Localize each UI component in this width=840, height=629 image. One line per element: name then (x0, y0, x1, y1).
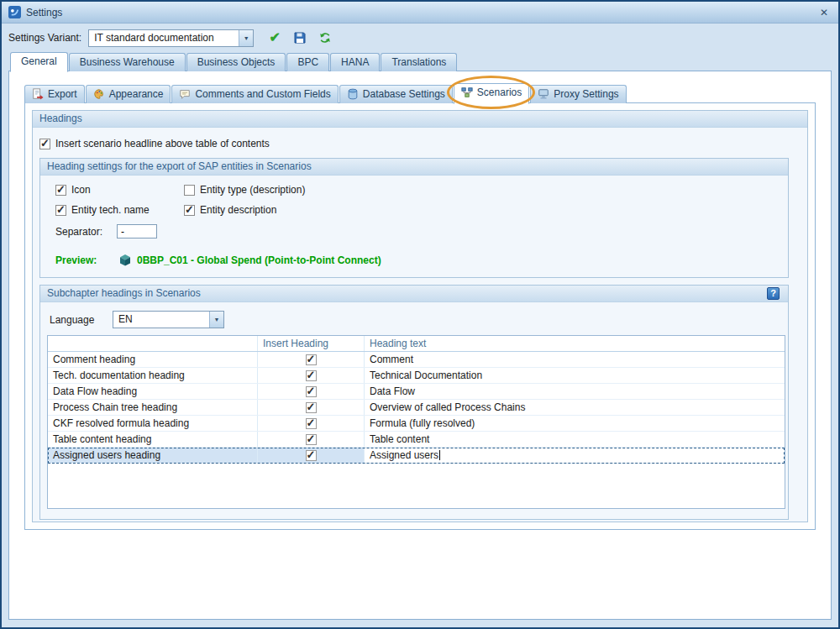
app-logo-icon (8, 6, 21, 18)
entity-type-checkbox[interactable] (184, 185, 195, 196)
database-icon (347, 88, 359, 100)
row-checkbox-cell (258, 368, 365, 383)
tab-business-warehouse[interactable]: Business Warehouse (69, 53, 186, 71)
tab-hana[interactable]: HANA (330, 53, 380, 71)
table-row[interactable]: Data Flow heading Data Flow (48, 384, 785, 400)
table-row[interactable]: Tech. documentation heading Technical Do… (48, 368, 785, 384)
sub-tab-bar: Export Appearance Comments and Custom Fi… (24, 82, 831, 103)
comments-icon (179, 88, 191, 100)
row-checkbox-cell (258, 448, 365, 463)
subtab-scenarios[interactable]: Scenarios (454, 83, 529, 104)
table-row[interactable]: Table content heading Table content (48, 432, 785, 448)
variant-combobox[interactable]: IT standard documentation (88, 29, 254, 47)
language-combobox[interactable]: EN (113, 311, 224, 328)
subtab-database-settings[interactable]: Database Settings (339, 85, 453, 103)
save-variant-button[interactable] (291, 29, 309, 47)
heading-settings-header: Heading settings for the export of SAP e… (40, 159, 788, 176)
heading-settings-title: Heading settings for the export of SAP e… (47, 159, 781, 175)
table-row[interactable]: Comment heading Comment (48, 352, 785, 368)
table-row[interactable]: Process Chain tree heading Overview of c… (48, 400, 785, 416)
table-row[interactable]: Assigned users heading Assigned users (48, 448, 785, 464)
row-name[interactable]: Data Flow heading (48, 384, 258, 399)
close-icon: ✕ (820, 7, 828, 18)
row-name[interactable]: Tech. documentation heading (48, 368, 258, 383)
row-name[interactable]: CKF resolved formula heading (48, 416, 258, 431)
row-checkbox[interactable] (306, 354, 317, 365)
row-checkbox-cell (258, 384, 365, 399)
chevron-down-icon[interactable] (239, 30, 253, 46)
subtab-label: Comments and Custom Fields (195, 88, 330, 100)
language-value: EN (113, 312, 209, 328)
row-checkbox-cell (258, 432, 365, 447)
apply-variant-button[interactable]: ✔ (265, 29, 284, 47)
entity-tech-name-option: Entity tech. name (55, 204, 184, 216)
tab-bpc[interactable]: BPC (286, 53, 329, 71)
tab-translations[interactable]: Translations (381, 53, 457, 71)
heading-settings-group: Heading settings for the export of SAP e… (39, 158, 789, 278)
subtab-appearance[interactable]: Appearance (86, 85, 171, 103)
subchapter-headings-group: Subchapter headings in Scenarios ? Langu… (39, 285, 789, 520)
entity-tech-name-checkbox-label: Entity tech. name (71, 204, 150, 216)
help-button[interactable]: ? (767, 287, 780, 300)
row-checkbox-cell (258, 352, 365, 367)
row-checkbox[interactable] (306, 418, 317, 429)
subtab-export[interactable]: Export (24, 85, 85, 103)
main-tab-bar: General Business Warehouse Business Obje… (2, 52, 838, 71)
row-name[interactable]: Process Chain tree heading (48, 400, 258, 415)
subtab-proxy-settings[interactable]: Proxy Settings (530, 85, 626, 103)
row-text[interactable]: Table content (365, 432, 785, 447)
row-checkbox[interactable] (306, 370, 317, 381)
row-checkbox[interactable] (306, 386, 317, 397)
close-button[interactable]: ✕ (816, 6, 832, 19)
separator-input[interactable] (117, 224, 157, 238)
row-checkbox[interactable] (306, 450, 317, 461)
row-text[interactable]: Formula (fully resolved) (365, 416, 785, 431)
window-title: Settings (26, 7, 62, 18)
column-header-insert-heading: Insert Heading (258, 336, 365, 351)
preview-text: 0BBP_C01 - Global Spend (Point-to-Point … (137, 254, 381, 266)
row-name[interactable]: Table content heading (48, 432, 258, 447)
insert-scenario-label: Insert scenario headline above table of … (55, 138, 270, 149)
icon-checkbox-label: Icon (71, 184, 91, 196)
row-name[interactable]: Comment heading (48, 352, 258, 367)
subchapter-headings-title: Subchapter headings in Scenarios (47, 286, 767, 301)
scenarios-panel: Headings Insert scenario headline above … (24, 102, 816, 530)
table-row[interactable]: CKF resolved formula heading Formula (fu… (48, 416, 785, 432)
variant-toolbar: Settings Variant: IT standard documentat… (2, 24, 838, 52)
scenarios-icon (461, 86, 473, 98)
insert-scenario-checkbox[interactable] (39, 139, 50, 149)
heading-settings-content: Icon Entity type (description) Entity te… (40, 176, 788, 277)
headings-table-body: Comment heading Comment Tech. documentat… (48, 352, 785, 464)
row-checkbox[interactable] (306, 402, 317, 413)
proxy-icon (538, 88, 549, 100)
insert-scenario-row: Insert scenario headline above table of … (39, 138, 807, 149)
entity-description-checkbox[interactable] (184, 205, 195, 216)
row-text[interactable]: Comment (365, 352, 785, 367)
refresh-icon (318, 31, 332, 45)
preview-label: Preview: (55, 254, 118, 266)
entity-tech-name-checkbox[interactable] (55, 205, 66, 216)
entity-description-option: Entity description (184, 204, 459, 216)
column-header-heading-text: Heading text (365, 336, 785, 351)
general-tab-panel: Export Appearance Comments and Custom Fi… (8, 71, 832, 620)
row-text[interactable]: Overview of called Process Chains (365, 400, 785, 415)
row-text[interactable]: Technical Documentation (365, 368, 785, 383)
row-name[interactable]: Assigned users heading (48, 448, 258, 463)
subtab-scenarios-wrap: Scenarios (454, 83, 530, 103)
tab-business-objects[interactable]: Business Objects (186, 53, 286, 71)
row-text[interactable]: Assigned users (365, 448, 785, 463)
subtab-comments-custom-fields[interactable]: Comments and Custom Fields (171, 85, 338, 103)
tab-general[interactable]: General (10, 52, 68, 72)
row-text[interactable]: Data Flow (365, 384, 785, 399)
text-caret (439, 450, 440, 460)
subtab-label: Appearance (109, 88, 164, 100)
subtab-label: Database Settings (363, 88, 445, 100)
chevron-down-icon[interactable] (209, 312, 223, 328)
refresh-variant-button[interactable] (316, 29, 334, 47)
variant-value: IT standard documentation (89, 30, 239, 46)
entity-type-option: Entity type (description) (184, 184, 459, 196)
row-checkbox[interactable] (306, 434, 317, 445)
row-checkbox-cell (258, 400, 365, 415)
icon-checkbox[interactable] (55, 185, 66, 196)
export-icon (32, 88, 44, 100)
